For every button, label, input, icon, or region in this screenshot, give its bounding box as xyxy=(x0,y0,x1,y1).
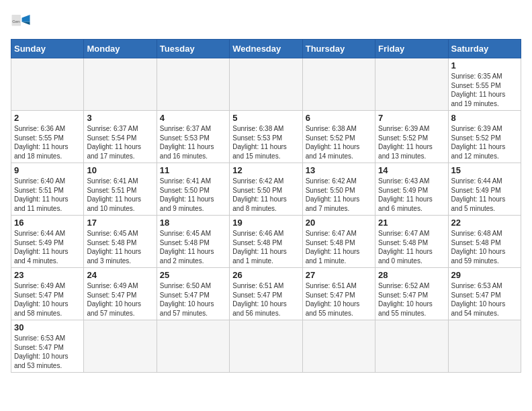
calendar-day-cell: 18Sunrise: 6:45 AM Sunset: 5:48 PM Dayli… xyxy=(157,216,229,268)
day-info: Sunrise: 6:45 AM Sunset: 5:48 PM Dayligh… xyxy=(160,229,226,265)
day-number: 7 xyxy=(378,113,445,123)
calendar-day-cell: 11Sunrise: 6:41 AM Sunset: 5:50 PM Dayli… xyxy=(157,163,229,216)
calendar-day-cell xyxy=(448,320,521,373)
calendar-week-row: 30Sunrise: 6:53 AM Sunset: 5:47 PM Dayli… xyxy=(11,320,521,373)
calendar-day-cell: 29Sunrise: 6:53 AM Sunset: 5:47 PM Dayli… xyxy=(448,268,521,320)
svg-marker-3 xyxy=(22,22,30,26)
day-header-thursday: Thursday xyxy=(302,40,375,58)
calendar-day-cell: 20Sunrise: 6:47 AM Sunset: 5:48 PM Dayli… xyxy=(302,216,375,268)
calendar-day-cell: 19Sunrise: 6:46 AM Sunset: 5:48 PM Dayli… xyxy=(230,216,302,268)
calendar-day-cell: 14Sunrise: 6:43 AM Sunset: 5:49 PM Dayli… xyxy=(375,163,448,216)
calendar-week-row: 1Sunrise: 6:35 AM Sunset: 5:55 PM Daylig… xyxy=(11,58,521,111)
calendar-day-cell: 23Sunrise: 6:49 AM Sunset: 5:47 PM Dayli… xyxy=(11,268,84,320)
calendar-day-cell xyxy=(11,58,84,111)
day-number: 3 xyxy=(87,113,153,123)
calendar-day-cell: 13Sunrise: 6:42 AM Sunset: 5:50 PM Dayli… xyxy=(302,163,375,216)
day-info: Sunrise: 6:51 AM Sunset: 5:47 PM Dayligh… xyxy=(306,281,372,318)
day-number: 22 xyxy=(451,218,518,228)
day-info: Sunrise: 6:38 AM Sunset: 5:53 PM Dayligh… xyxy=(232,124,299,161)
day-info: Sunrise: 6:41 AM Sunset: 5:51 PM Dayligh… xyxy=(87,177,153,213)
day-info: Sunrise: 6:37 AM Sunset: 5:54 PM Dayligh… xyxy=(87,124,153,161)
calendar-week-row: 23Sunrise: 6:49 AM Sunset: 5:47 PM Dayli… xyxy=(11,268,521,320)
day-info: Sunrise: 6:46 AM Sunset: 5:48 PM Dayligh… xyxy=(232,229,299,265)
day-number: 27 xyxy=(306,270,372,280)
day-number: 12 xyxy=(232,165,299,175)
calendar-day-cell: 15Sunrise: 6:44 AM Sunset: 5:49 PM Dayli… xyxy=(448,163,521,216)
calendar-day-cell: 12Sunrise: 6:42 AM Sunset: 5:50 PM Dayli… xyxy=(230,163,302,216)
day-number: 10 xyxy=(87,165,153,175)
day-info: Sunrise: 6:42 AM Sunset: 5:50 PM Dayligh… xyxy=(306,177,372,213)
calendar-day-cell: 28Sunrise: 6:52 AM Sunset: 5:47 PM Dayli… xyxy=(375,268,448,320)
day-info: Sunrise: 6:39 AM Sunset: 5:52 PM Dayligh… xyxy=(378,124,445,161)
day-info: Sunrise: 6:37 AM Sunset: 5:53 PM Dayligh… xyxy=(160,124,226,161)
day-number: 24 xyxy=(87,270,153,280)
day-number: 6 xyxy=(306,113,372,123)
calendar-week-row: 16Sunrise: 6:44 AM Sunset: 5:49 PM Dayli… xyxy=(11,216,521,268)
day-info: Sunrise: 6:51 AM Sunset: 5:47 PM Dayligh… xyxy=(232,281,299,318)
day-number: 4 xyxy=(160,113,226,123)
day-info: Sunrise: 6:47 AM Sunset: 5:48 PM Dayligh… xyxy=(306,229,372,265)
day-number: 25 xyxy=(160,270,226,280)
day-number: 15 xyxy=(451,165,518,175)
day-number: 2 xyxy=(14,113,81,123)
day-info: Sunrise: 6:35 AM Sunset: 5:55 PM Dayligh… xyxy=(451,72,518,108)
day-number: 21 xyxy=(378,218,445,228)
day-number: 14 xyxy=(378,165,445,175)
calendar-day-cell: 2Sunrise: 6:36 AM Sunset: 5:55 PM Daylig… xyxy=(11,111,84,163)
day-info: Sunrise: 6:53 AM Sunset: 5:47 PM Dayligh… xyxy=(451,281,518,318)
calendar-day-cell: 8Sunrise: 6:39 AM Sunset: 5:52 PM Daylig… xyxy=(448,111,521,163)
calendar-day-cell: 10Sunrise: 6:41 AM Sunset: 5:51 PM Dayli… xyxy=(84,163,157,216)
day-header-monday: Monday xyxy=(84,40,157,58)
day-header-tuesday: Tuesday xyxy=(157,40,229,58)
calendar-day-cell: 24Sunrise: 6:49 AM Sunset: 5:47 PM Dayli… xyxy=(84,268,157,320)
day-number: 13 xyxy=(306,165,372,175)
calendar-day-cell: 17Sunrise: 6:45 AM Sunset: 5:48 PM Dayli… xyxy=(84,216,157,268)
calendar-day-cell: 26Sunrise: 6:51 AM Sunset: 5:47 PM Dayli… xyxy=(230,268,302,320)
day-info: Sunrise: 6:36 AM Sunset: 5:55 PM Dayligh… xyxy=(14,124,81,161)
day-header-saturday: Saturday xyxy=(448,40,521,58)
calendar-day-cell: 6Sunrise: 6:38 AM Sunset: 5:52 PM Daylig… xyxy=(302,111,375,163)
calendar-day-cell: 4Sunrise: 6:37 AM Sunset: 5:53 PM Daylig… xyxy=(157,111,229,163)
day-info: Sunrise: 6:40 AM Sunset: 5:51 PM Dayligh… xyxy=(14,177,81,213)
day-number: 11 xyxy=(160,165,226,175)
calendar-day-cell: 27Sunrise: 6:51 AM Sunset: 5:47 PM Dayli… xyxy=(302,268,375,320)
calendar-day-cell xyxy=(375,58,448,111)
day-number: 26 xyxy=(232,270,299,280)
calendar-table: SundayMondayTuesdayWednesdayThursdayFrid… xyxy=(11,39,521,373)
calendar-week-row: 2Sunrise: 6:36 AM Sunset: 5:55 PM Daylig… xyxy=(11,111,521,163)
calendar-day-cell: 9Sunrise: 6:40 AM Sunset: 5:51 PM Daylig… xyxy=(11,163,84,216)
calendar-header-row: SundayMondayTuesdayWednesdayThursdayFrid… xyxy=(11,40,521,58)
calendar-day-cell xyxy=(84,58,157,111)
calendar-day-cell: 30Sunrise: 6:53 AM Sunset: 5:47 PM Dayli… xyxy=(11,320,84,373)
day-number: 16 xyxy=(14,218,81,228)
day-number: 5 xyxy=(232,113,299,123)
calendar-day-cell xyxy=(230,320,302,373)
day-info: Sunrise: 6:43 AM Sunset: 5:49 PM Dayligh… xyxy=(378,177,445,213)
calendar-day-cell xyxy=(230,58,302,111)
calendar-day-cell: 22Sunrise: 6:48 AM Sunset: 5:48 PM Dayli… xyxy=(448,216,521,268)
day-number: 1 xyxy=(451,60,518,71)
calendar-day-cell xyxy=(84,320,157,373)
calendar-day-cell: 1Sunrise: 6:35 AM Sunset: 5:55 PM Daylig… xyxy=(448,58,521,111)
calendar-header: Gen xyxy=(11,11,521,31)
day-info: Sunrise: 6:47 AM Sunset: 5:48 PM Dayligh… xyxy=(378,229,445,265)
day-info: Sunrise: 6:48 AM Sunset: 5:48 PM Dayligh… xyxy=(451,229,518,265)
calendar-day-cell: 25Sunrise: 6:50 AM Sunset: 5:47 PM Dayli… xyxy=(157,268,229,320)
day-header-friday: Friday xyxy=(375,40,448,58)
day-header-wednesday: Wednesday xyxy=(230,40,302,58)
day-info: Sunrise: 6:53 AM Sunset: 5:47 PM Dayligh… xyxy=(14,334,81,370)
calendar-day-cell: 16Sunrise: 6:44 AM Sunset: 5:49 PM Dayli… xyxy=(11,216,84,268)
day-header-sunday: Sunday xyxy=(11,40,84,58)
day-number: 9 xyxy=(14,165,81,175)
day-number: 29 xyxy=(451,270,518,280)
day-number: 28 xyxy=(378,270,445,280)
day-number: 19 xyxy=(232,218,299,228)
logo: Gen xyxy=(11,11,34,31)
logo-icon: Gen xyxy=(11,11,31,31)
calendar-day-cell: 3Sunrise: 6:37 AM Sunset: 5:54 PM Daylig… xyxy=(84,111,157,163)
calendar-day-cell xyxy=(157,320,229,373)
day-number: 17 xyxy=(87,218,153,228)
day-info: Sunrise: 6:52 AM Sunset: 5:47 PM Dayligh… xyxy=(378,281,445,318)
day-number: 30 xyxy=(14,322,81,332)
day-number: 20 xyxy=(306,218,372,228)
